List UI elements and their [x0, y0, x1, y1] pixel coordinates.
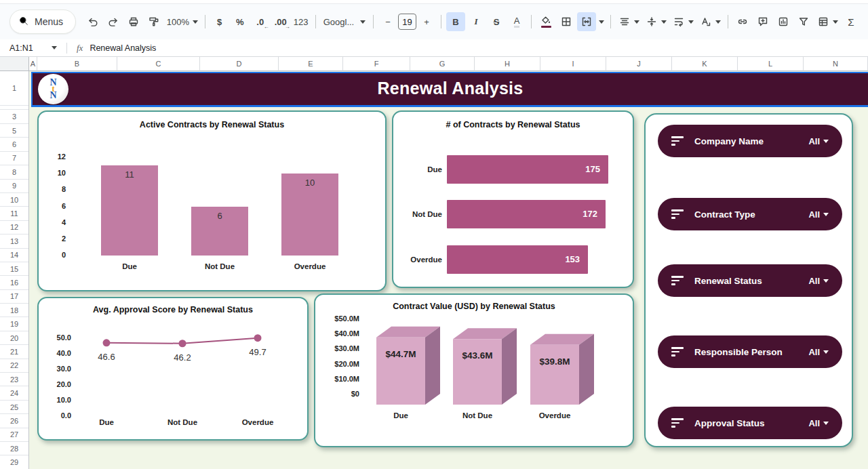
filter-pill-contract-type[interactable]: Contract TypeAll — [658, 198, 842, 230]
undo-button[interactable] — [83, 12, 102, 31]
row-header-13[interactable]: 13 — [0, 234, 28, 248]
fill-color-button[interactable] — [536, 12, 555, 31]
row-header-11[interactable]: 11 — [0, 207, 28, 220]
data-point-not-due[interactable] — [179, 340, 186, 347]
format-currency-button[interactable]: $ — [210, 12, 229, 31]
font-family-select[interactable]: Googl... — [321, 12, 368, 31]
create-filter-button[interactable] — [794, 12, 813, 31]
row-header-14[interactable]: 14 — [0, 249, 28, 262]
increase-decimal-button[interactable]: .00 — [271, 12, 290, 31]
increase-font-size-button[interactable]: + — [417, 12, 436, 31]
row-header-6[interactable]: 6 — [0, 138, 28, 151]
row-header-20[interactable]: 20 — [0, 331, 28, 345]
chart-card-contract-value[interactable]: Contract Value (USD) by Renewal Status $… — [314, 293, 634, 447]
row-header-25[interactable]: 25 — [0, 401, 28, 414]
insert-table-button[interactable] — [814, 12, 840, 31]
row-header-24[interactable]: 24 — [0, 386, 28, 400]
functions-button[interactable]: Σ — [842, 12, 861, 31]
row-header-8[interactable]: 8 — [0, 165, 28, 179]
column-header-e[interactable]: E — [279, 57, 343, 71]
italic-button[interactable]: I — [467, 12, 486, 31]
chart-card-contract-count[interactable]: # of Contracts by Renewal Status 175Due1… — [392, 110, 634, 288]
bar3d-front-overdue[interactable] — [530, 345, 579, 405]
column-header-f[interactable]: F — [343, 57, 410, 71]
merge-cells-button[interactable] — [577, 12, 596, 31]
bar3d-front-due[interactable] — [376, 338, 425, 405]
filter-dropdown[interactable]: All — [808, 347, 829, 357]
insert-link-button[interactable] — [733, 12, 752, 31]
row-header-10[interactable]: 10 — [0, 193, 28, 207]
decrease-font-size-button[interactable]: − — [378, 12, 397, 31]
column-header-j[interactable]: J — [606, 57, 672, 71]
decrease-decimal-button[interactable]: .0 — [251, 12, 270, 31]
bar3d-side-not-due[interactable] — [502, 328, 517, 405]
strikethrough-button[interactable]: S — [487, 12, 506, 31]
filter-dropdown[interactable]: All — [808, 418, 829, 428]
row-header-21[interactable]: 21 — [0, 345, 28, 359]
row-header-27[interactable]: 27 — [0, 428, 28, 442]
bar3d-side-due[interactable] — [425, 327, 440, 405]
redo-button[interactable] — [104, 12, 123, 31]
row-header-18[interactable]: 18 — [0, 304, 28, 317]
merge-cells-dropdown[interactable] — [597, 12, 606, 31]
row-header-9[interactable]: 9 — [0, 180, 28, 193]
row-header-12[interactable]: 12 — [0, 221, 28, 234]
font-size-input[interactable]: 19 — [398, 14, 416, 30]
column-header-c[interactable]: C — [117, 57, 200, 71]
chart-card-active-contracts[interactable]: Active Contracts by Renewal Status 12108… — [37, 110, 387, 291]
insert-comment-button[interactable] — [753, 12, 772, 31]
paint-format-button[interactable] — [144, 12, 163, 31]
filter-pill-renewal-status[interactable]: Renewal StatusAll — [658, 264, 842, 297]
format-percent-button[interactable]: % — [231, 12, 250, 31]
column-header-n[interactable]: N — [804, 57, 868, 71]
text-wrap-button[interactable] — [670, 12, 696, 31]
column-header-k[interactable]: K — [672, 57, 738, 71]
row-header-1[interactable]: 1 — [0, 71, 28, 106]
more-formats-button[interactable]: 123 — [292, 12, 311, 31]
column-header-d[interactable]: D — [200, 57, 279, 71]
filter-pill-responsible-person[interactable]: Responsible PersonAll — [658, 335, 842, 368]
filter-dropdown[interactable]: All — [808, 276, 829, 286]
row-header-5[interactable]: 5 — [0, 124, 28, 138]
row-header-26[interactable]: 26 — [0, 414, 28, 428]
row-header-19[interactable]: 19 — [0, 317, 28, 331]
borders-button[interactable] — [557, 12, 576, 31]
column-header-b[interactable]: B — [37, 57, 117, 71]
formula-input[interactable]: Renewal Analysis — [90, 43, 156, 53]
column-header-h[interactable]: H — [475, 57, 540, 71]
banner-cell[interactable]: N t N Renewal Analysis — [31, 72, 868, 107]
filter-dropdown[interactable]: All — [808, 136, 829, 146]
column-header-i[interactable]: I — [540, 57, 606, 71]
vertical-align-button[interactable] — [643, 12, 669, 31]
row-header-22[interactable]: 22 — [0, 359, 28, 373]
horizontal-align-button[interactable] — [616, 12, 642, 31]
text-rotation-button[interactable] — [697, 12, 723, 31]
column-header-l[interactable]: L — [738, 57, 804, 71]
filter-pill-approval-status[interactable]: Approval StatusAll — [658, 407, 842, 439]
row-header-17[interactable]: 17 — [0, 290, 28, 304]
select-all-corner[interactable] — [0, 57, 29, 71]
name-box[interactable]: A1:N1 — [0, 43, 62, 53]
menus-button[interactable]: Menus — [9, 9, 76, 34]
row-header-29[interactable]: 29 — [0, 455, 28, 469]
row-header-7[interactable]: 7 — [0, 152, 28, 165]
data-point-due[interactable] — [103, 339, 111, 346]
bold-button[interactable]: B — [446, 12, 465, 31]
data-point-overdue[interactable] — [254, 334, 262, 342]
row-header-28[interactable]: 28 — [0, 442, 28, 455]
column-header-g[interactable]: G — [410, 57, 475, 71]
print-button[interactable] — [124, 12, 143, 31]
text-color-button[interactable]: A — [507, 12, 526, 31]
row-header-23[interactable]: 23 — [0, 373, 28, 386]
filter-dropdown[interactable]: All — [808, 209, 829, 220]
row-header-15[interactable]: 15 — [0, 262, 28, 276]
bar3d-side-overdue[interactable] — [579, 334, 594, 405]
chart-card-approval-score[interactable]: Avg. Approval Score by Renewal Status 50… — [37, 297, 309, 441]
filter-pill-company-name[interactable]: Company NameAll — [658, 125, 842, 157]
insert-chart-button[interactable] — [774, 12, 793, 31]
row-header-3[interactable]: 3 — [0, 110, 28, 124]
zoom-select[interactable]: 100% — [165, 12, 200, 31]
row-header-16[interactable]: 16 — [0, 276, 28, 289]
bar3d-front-not-due[interactable] — [453, 339, 502, 405]
column-header-a[interactable]: A — [29, 57, 37, 71]
